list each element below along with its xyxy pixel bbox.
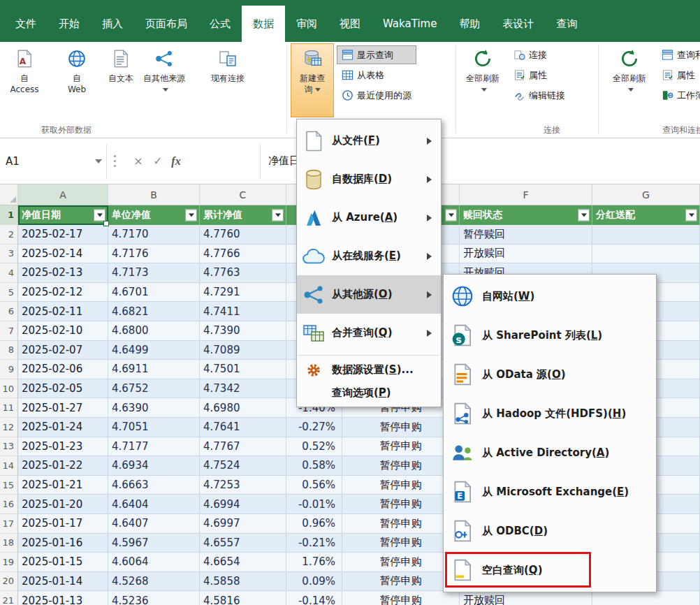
cell-A15[interactable]: 2025-01-21 — [18, 476, 108, 495]
ribbon-tab-wakatime[interactable]: WakaTime — [372, 6, 448, 42]
cancel-button[interactable]: × — [130, 138, 147, 184]
cell-D15[interactable]: 0.56% — [286, 476, 342, 495]
cell-C17[interactable]: 4.6997 — [200, 514, 286, 534]
cell-C15[interactable]: 4.7253 — [200, 476, 286, 495]
cell-C20[interactable]: 4.5858 — [200, 572, 286, 592]
ribbon-tab-data[interactable]: 数据 — [242, 6, 285, 42]
row-header-16[interactable]: 16 — [0, 495, 18, 514]
cell-D16[interactable]: -0.01% — [286, 495, 342, 514]
menu-item-from-online-services[interactable]: 从在线服务(E) — [297, 237, 441, 275]
cell-B6[interactable]: 4.6821 — [108, 302, 200, 321]
submenu-item-from-sharepoint-list[interactable]: s从 SharePoint 列表(L) — [444, 316, 656, 355]
cell-C13[interactable]: 4.7767 — [200, 437, 286, 457]
from-table-button[interactable]: 从表格 — [337, 66, 416, 85]
row-header-20[interactable]: 20 — [0, 572, 18, 592]
column-header-C[interactable]: C — [200, 184, 286, 205]
row-header-17[interactable]: 17 — [0, 514, 18, 534]
cell-B7[interactable]: 4.6800 — [108, 321, 200, 341]
from-access-button[interactable]: A自 Access — [4, 43, 45, 117]
new-query-button[interactable]: 新建查询 — [291, 43, 334, 117]
cell-C3[interactable]: 4.7766 — [200, 245, 286, 264]
cell-D12[interactable]: -0.27% — [286, 418, 342, 437]
submenu-item-blank-query[interactable]: 空白查询(Q) — [444, 551, 656, 590]
properties-button[interactable]: 属性 — [509, 66, 570, 85]
cell-A3[interactable]: 2025-02-14 — [18, 245, 108, 264]
row-header-13[interactable]: 13 — [0, 437, 18, 457]
cell-C10[interactable]: 4.7342 — [200, 379, 286, 399]
row-header-11[interactable]: 11 — [0, 398, 18, 418]
table-header-cell-G[interactable]: 分红送配 — [592, 205, 700, 225]
cell-C12[interactable]: 4.7641 — [200, 418, 286, 437]
cell-A13[interactable]: 2025-01-23 — [18, 437, 108, 457]
row-header-12[interactable]: 12 — [0, 418, 18, 437]
cell-D17[interactable]: 0.96% — [286, 514, 342, 534]
cell-E19[interactable]: 暂停申购 — [342, 553, 460, 572]
cell-E15[interactable]: 暂停申购 — [342, 476, 460, 495]
table-header-cell-F[interactable]: 赎回状态 — [460, 205, 592, 225]
ribbon-tab-file[interactable]: 文件 — [4, 6, 48, 42]
cell-E17[interactable]: 暂停申购 — [342, 514, 460, 534]
menu-item-from-other-sources[interactable]: 从其他源(O) — [297, 275, 441, 314]
cell-D18[interactable]: -0.21% — [286, 534, 342, 553]
queries-connections-button[interactable]: 查询和连接 — [657, 45, 700, 64]
filter-button[interactable] — [445, 210, 457, 221]
filter-button[interactable] — [272, 210, 284, 221]
ribbon-tab-view[interactable]: 视图 — [328, 6, 372, 42]
cell-E16[interactable]: 暂停申购 — [342, 495, 460, 514]
cell-G3[interactable] — [592, 245, 700, 264]
cell-A21[interactable]: 2025-01-13 — [18, 591, 108, 605]
cell-E21[interactable]: 暂停申购 — [342, 591, 460, 605]
cell-C8[interactable]: 4.7089 — [200, 341, 286, 360]
cell-A19[interactable]: 2025-01-15 — [18, 553, 108, 572]
row-header-7[interactable]: 7 — [0, 321, 18, 341]
cell-D14[interactable]: 0.58% — [286, 456, 342, 476]
ribbon-tab-formulas[interactable]: 公式 — [198, 6, 242, 42]
cell-B19[interactable]: 4.6064 — [108, 553, 200, 572]
ribbon-tab-page-layout[interactable]: 页面布局 — [134, 6, 198, 42]
cell-E18[interactable]: 暂停申购 — [342, 534, 460, 553]
existing-connections-button[interactable]: 现有连接 — [208, 43, 247, 117]
cell-A5[interactable]: 2025-02-12 — [18, 283, 108, 302]
select-all-corner[interactable] — [0, 184, 18, 205]
menu-item-combine-queries[interactable]: 合并查询(Q) — [297, 314, 441, 352]
ribbon-tab-table-design[interactable]: 表设计 — [491, 6, 545, 42]
cell-B13[interactable]: 4.7177 — [108, 437, 200, 457]
cell-B10[interactable]: 4.6752 — [108, 379, 200, 399]
cell-D13[interactable]: 0.52% — [286, 437, 342, 457]
cell-B2[interactable]: 4.7170 — [108, 225, 200, 245]
submenu-item-from-web[interactable]: 自网站(W) — [444, 277, 656, 316]
cell-C4[interactable]: 4.7763 — [200, 263, 286, 283]
cell-D19[interactable]: 1.76% — [286, 553, 342, 572]
cell-D21[interactable]: -0.14% — [286, 591, 342, 605]
properties-button[interactable]: 属性 — [657, 66, 700, 85]
cell-A17[interactable]: 2025-01-17 — [18, 514, 108, 534]
workbook-links-button[interactable]: 工作簿链接 — [657, 86, 700, 105]
ribbon-tab-review[interactable]: 审阅 — [285, 6, 328, 42]
cell-E13[interactable]: 暂停申购 — [342, 437, 460, 457]
cell-B21[interactable]: 4.5236 — [108, 591, 200, 605]
name-box-caret-icon[interactable] — [95, 159, 102, 167]
cell-B17[interactable]: 4.6407 — [108, 514, 200, 534]
cell-E20[interactable]: 暂停申购 — [342, 572, 460, 592]
cell-C14[interactable]: 4.7524 — [200, 456, 286, 476]
cell-A2[interactable]: 2025-02-17 — [18, 225, 108, 245]
menu-item-from-database[interactable]: 自数据库(D) — [297, 160, 441, 198]
from-other-sources-button[interactable]: 自其他来源 — [141, 43, 187, 117]
table-header-cell-B[interactable]: 单位净值 — [108, 205, 200, 225]
cell-A12[interactable]: 2025-01-24 — [18, 418, 108, 437]
row-header-21[interactable]: 21 — [0, 591, 18, 605]
name-box[interactable]: A1 — [6, 138, 20, 184]
row-header-18[interactable]: 18 — [0, 534, 18, 553]
menu-item-from-file[interactable]: 从文件(F) — [297, 122, 441, 160]
row-header-2[interactable]: 2 — [0, 225, 18, 245]
cell-B15[interactable]: 4.6663 — [108, 476, 200, 495]
column-header-F[interactable]: F — [460, 184, 592, 205]
cell-B16[interactable]: 4.6404 — [108, 495, 200, 514]
from-web-button[interactable]: 自 Web — [61, 43, 92, 117]
recent-sources-button[interactable]: 最近使用的源 — [337, 86, 416, 105]
insert-function-button[interactable]: fx — [168, 138, 184, 184]
cell-C19[interactable]: 4.6654 — [200, 553, 286, 572]
cell-B8[interactable]: 4.6499 — [108, 341, 200, 360]
cell-C11[interactable]: 4.6980 — [200, 398, 286, 418]
cell-B5[interactable]: 4.6701 — [108, 283, 200, 302]
